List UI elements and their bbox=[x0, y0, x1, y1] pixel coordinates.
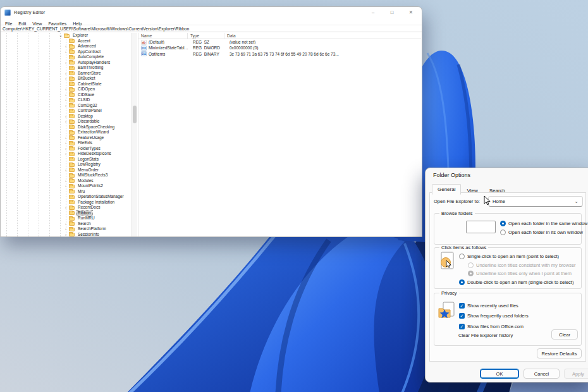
tree-expand-icon[interactable]: › bbox=[63, 119, 68, 124]
tree-item-search[interactable]: ›Search bbox=[1, 221, 131, 227]
tree-expand-icon[interactable]: › bbox=[63, 87, 68, 92]
tree-expand-icon[interactable]: › bbox=[63, 76, 68, 81]
tree-item-cidsave[interactable]: ›CIDSave bbox=[1, 92, 131, 98]
tree-expand-icon[interactable]: › bbox=[63, 168, 68, 173]
tree-item-sessioninfo[interactable]: ›SessionInfo bbox=[1, 232, 131, 237]
tree-item-cabinetstate[interactable]: CabinetState bbox=[1, 82, 131, 87]
tree-item-diskspacechecking[interactable]: DiskSpaceChecking bbox=[1, 125, 131, 130]
tree-item-mountpoints2[interactable]: ›MountPoints2 bbox=[1, 183, 131, 189]
tree-expand-icon[interactable]: › bbox=[63, 178, 68, 183]
tree-item-recentdocs[interactable]: ›RecentDocs bbox=[1, 205, 131, 211]
tree-item-package-installation[interactable]: Package Installation bbox=[1, 200, 131, 205]
tree-expand-icon[interactable]: › bbox=[63, 221, 68, 226]
tree-item-desktop[interactable]: ›Desktop bbox=[1, 114, 131, 119]
close-button[interactable]: ✕ bbox=[401, 7, 420, 18]
tree-item-operationstatusmanager[interactable]: OperationStatusManager bbox=[1, 194, 131, 200]
maximize-button[interactable]: □ bbox=[383, 7, 401, 18]
tree-item-cidopen[interactable]: ›CIDOpen bbox=[1, 87, 131, 92]
tab-general[interactable]: General bbox=[432, 184, 461, 195]
tree-item-autoplayhandlers[interactable]: ›AutoplayHandlers bbox=[1, 60, 131, 66]
tree-item-label: MenuOrder bbox=[77, 168, 100, 173]
tree-item-clsid[interactable]: ›CLSID bbox=[1, 97, 131, 103]
tree-item-comdlg32[interactable]: ›ComDlg32 bbox=[1, 103, 131, 109]
tree-expand-icon[interactable]: › bbox=[63, 183, 68, 188]
radio-open-each-folder-in-the-same-window[interactable]: Open each folder in the same window bbox=[500, 219, 588, 228]
restore-defaults-button[interactable]: Restore Defaults bbox=[537, 348, 582, 358]
folder-icon bbox=[69, 233, 75, 236]
tree-item-extractionwizard[interactable]: ExtractionWizard bbox=[1, 130, 131, 135]
checkbox-show-recently-used-files[interactable]: ✓Show recently used files bbox=[459, 300, 529, 311]
checkbox-show-files-from-office-com[interactable]: ✓Show files from Office.com bbox=[459, 321, 529, 332]
folder-icon bbox=[69, 147, 75, 150]
tree-item-explorer[interactable]: ⌄Explorer bbox=[1, 33, 131, 39]
minimize-button[interactable]: – bbox=[364, 7, 383, 18]
folder-icon bbox=[69, 114, 75, 118]
column-header-type[interactable]: Type bbox=[188, 33, 224, 39]
tree-item-accent[interactable]: Accent bbox=[1, 39, 131, 44]
clear-button[interactable]: Clear bbox=[551, 329, 578, 340]
group-privacy-options: ✓Show recently used files✓Show frequentl… bbox=[459, 300, 529, 332]
tree-item-appcontract[interactable]: ›AppContract bbox=[1, 49, 131, 55]
cancel-button[interactable]: Cancel bbox=[524, 369, 560, 379]
tree-item-mmstuckrects3[interactable]: MMStuckRects3 bbox=[1, 173, 131, 178]
regedit-titlebar[interactable]: Registry Editor –□✕ bbox=[1, 7, 422, 18]
tree-item-featureusage[interactable]: ›FeatureUsage bbox=[1, 135, 131, 141]
tree-item-menuorder[interactable]: ›MenuOrder bbox=[1, 168, 131, 173]
tree-scrollbar[interactable] bbox=[131, 33, 137, 236]
tree-item-foldertypes[interactable]: ›FolderTypes bbox=[1, 146, 131, 152]
checkbox-show-frequently-used-folders[interactable]: ✓Show frequently used folders bbox=[459, 311, 529, 322]
tree-expand-icon[interactable]: › bbox=[63, 49, 68, 54]
open-to-dropdown[interactable]: Home ⌄ bbox=[488, 196, 583, 207]
tree-expand-icon[interactable]: › bbox=[63, 103, 68, 108]
tree-item-controlpanel[interactable]: ControlPanel bbox=[1, 108, 131, 114]
value-row-default[interactable]: ab(Default)REG_SZ(value not set) bbox=[138, 39, 421, 45]
tree-expand-icon[interactable]: › bbox=[63, 232, 68, 236]
column-header-data[interactable]: Data bbox=[224, 33, 421, 39]
tree-item-hidedesktopicons[interactable]: ›HideDesktopIcons bbox=[1, 151, 131, 157]
tree-expand-icon[interactable]: › bbox=[63, 226, 68, 231]
tree-item-bannerstore[interactable]: ›BannerStore bbox=[1, 71, 131, 77]
tree-item-mru[interactable]: Mru bbox=[1, 189, 131, 195]
dialog-tabs: GeneralViewSearch bbox=[432, 182, 511, 192]
tree-expand-icon[interactable]: › bbox=[63, 44, 68, 49]
tree-item-bamthrottling[interactable]: BamThrottling bbox=[1, 65, 131, 71]
tree-expand-icon[interactable]: › bbox=[63, 97, 68, 102]
tree-item-lowregistry[interactable]: LowRegistry bbox=[1, 162, 131, 168]
value-row-qatitems[interactable]: 011QatItemsREG_BINARY3c 73 69 71 3a 63 7… bbox=[138, 51, 421, 57]
value-type: REG_BINARY bbox=[190, 52, 227, 56]
regedit-window: Registry Editor –□✕ FileEditViewFavorite… bbox=[0, 6, 422, 237]
tree-item-autocomplete[interactable]: AutoComplete bbox=[1, 54, 131, 60]
tree-expand-icon[interactable]: › bbox=[63, 92, 68, 97]
folder-icon bbox=[69, 157, 75, 161]
tree-item-discardable[interactable]: ›Discardable bbox=[1, 119, 131, 125]
tree-item-advanced[interactable]: ›Advanced bbox=[1, 44, 131, 49]
value-data: 0x00000000 (0) bbox=[227, 46, 421, 50]
radio-open-each-folder-in-its-own-window[interactable]: Open each folder in its own window bbox=[500, 228, 588, 236]
tree-expand-icon[interactable]: › bbox=[63, 140, 68, 145]
tree-item-fileexts[interactable]: ›FileExts bbox=[1, 140, 131, 146]
tree-item-runmru[interactable]: RunMRU bbox=[1, 216, 131, 221]
tree-expand-icon[interactable]: › bbox=[63, 71, 68, 76]
tree-item-logonstats[interactable]: LogonStats bbox=[1, 157, 131, 162]
tree-expand-icon[interactable]: › bbox=[63, 135, 68, 140]
radio-underline-icon-titles-consistent-with-my-browser[interactable]: Underline icon titles consistent with my… bbox=[468, 261, 576, 270]
registry-address-bar[interactable]: Computer\HKEY_CURRENT_USER\Software\Micr… bbox=[1, 25, 422, 32]
tree-expand-icon[interactable]: › bbox=[63, 151, 68, 156]
tree-scrollbar-thumb[interactable] bbox=[133, 106, 137, 123]
apply-button[interactable]: Apply bbox=[564, 369, 588, 379]
tree-item-searchplatform[interactable]: ›SearchPlatform bbox=[1, 226, 131, 232]
tree-item-modules[interactable]: ›Modules bbox=[1, 178, 131, 184]
tree-expand-icon[interactable]: › bbox=[63, 146, 68, 151]
column-header-name[interactable]: Name bbox=[138, 33, 188, 39]
tree-expand-icon[interactable]: › bbox=[63, 114, 68, 119]
tree-expand-icon[interactable]: › bbox=[63, 60, 68, 65]
tree-expand-icon[interactable]: › bbox=[63, 205, 68, 210]
value-row-minimizedstatetabletmod[interactable]: 011MinimizedStateTabletMod...REG_DWORD0x… bbox=[138, 45, 421, 51]
radio-underline-icon-titles-only-when-i-point-at-them[interactable]: Underline icon titles only when I point … bbox=[468, 269, 576, 278]
radio-single-click-to-open-an-item-point-to-select[interactable]: Single-click to open an item (point to s… bbox=[459, 252, 576, 261]
radio-double-click-to-open-an-item-single-click-to-select[interactable]: Double-click to open an item (single-cli… bbox=[459, 278, 576, 287]
tree-item-bitbucket[interactable]: ›BitBucket bbox=[1, 76, 131, 82]
ok-button[interactable]: OK bbox=[480, 369, 519, 379]
tree-collapse-icon[interactable]: ⌄ bbox=[58, 33, 63, 38]
tree-item-ribbon[interactable]: Ribbon bbox=[1, 211, 131, 216]
